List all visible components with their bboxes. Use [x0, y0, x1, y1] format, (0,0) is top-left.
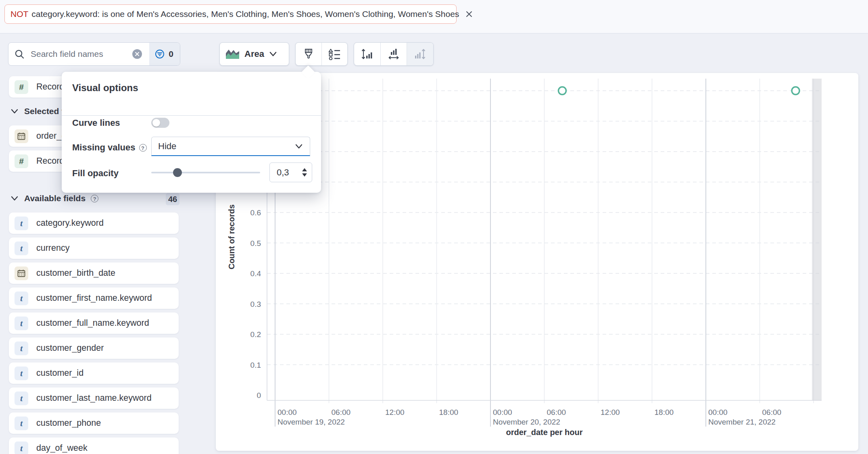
- chart-type-label: Area: [244, 49, 264, 59]
- svg-text:November 21, 2022: November 21, 2022: [708, 418, 776, 426]
- fill-opacity-slider[interactable]: [151, 172, 260, 173]
- field-item-customer-birth-date[interactable]: customer_birth_date: [9, 262, 179, 284]
- field-name: category.keyword: [36, 218, 104, 228]
- field-name: customer_birth_date: [36, 268, 115, 278]
- field-name: customer_last_name.keyword: [36, 393, 152, 403]
- chevron-down-icon: [269, 50, 278, 58]
- svg-text:0: 0: [257, 391, 261, 400]
- chart-type-button[interactable]: Area: [219, 42, 289, 66]
- available-fields-accordion[interactable]: Available fields ?: [10, 194, 98, 203]
- style-toolbar-group: [295, 42, 348, 66]
- date-field-icon: [15, 267, 28, 280]
- search-icon: [14, 49, 25, 60]
- paintbrush-icon: [302, 48, 315, 60]
- svg-text:0.3: 0.3: [250, 300, 261, 308]
- curve-lines-toggle[interactable]: [151, 118, 169, 128]
- svg-text:00:00: 00:00: [278, 408, 297, 417]
- field-name: customer_phone: [36, 418, 101, 428]
- text-field-icon: t: [15, 292, 28, 305]
- filter-negation: NOT: [10, 9, 28, 19]
- search-input[interactable]: Search field names: [31, 49, 132, 59]
- remove-filter-icon[interactable]: [465, 10, 474, 19]
- field-item-currency[interactable]: tcurrency: [9, 237, 179, 259]
- field-name: customer_first_name.keyword: [36, 293, 152, 303]
- vertical-axis-icon: [361, 48, 373, 60]
- field-item-customer-full-name-keyword[interactable]: tcustomer_full_name.keyword: [9, 312, 179, 334]
- visual-options-button[interactable]: [296, 43, 321, 65]
- toggle-knob: [152, 119, 160, 127]
- field-name: currency: [36, 243, 69, 253]
- field-filters-button[interactable]: 0: [149, 43, 180, 65]
- svg-text:November 20, 2022: November 20, 2022: [493, 418, 560, 426]
- svg-text:00:00: 00:00: [493, 408, 512, 417]
- svg-text:12:00: 12:00: [601, 408, 620, 417]
- legend-button[interactable]: [321, 43, 348, 65]
- fill-opacity-value: 0,3: [277, 167, 289, 178]
- field-search[interactable]: Search field names 0: [8, 42, 180, 66]
- text-field-icon: t: [15, 417, 28, 430]
- fill-opacity-input[interactable]: 0,3: [269, 162, 312, 182]
- chevron-down-icon: [294, 142, 303, 150]
- svg-text:18:00: 18:00: [439, 408, 459, 417]
- svg-text:06:00: 06:00: [547, 408, 566, 417]
- fill-opacity-label: Fill opacity: [72, 168, 119, 179]
- left-axis-button[interactable]: [354, 43, 380, 65]
- svg-text:0.4: 0.4: [250, 269, 261, 278]
- clear-search-icon[interactable]: [132, 49, 142, 59]
- svg-text:order_date per hour: order_date per hour: [506, 428, 582, 437]
- date-field-icon: [15, 129, 28, 143]
- field-item-customer-first-name-keyword[interactable]: tcustomer_first_name.keyword: [9, 287, 179, 309]
- right-axis-icon: [414, 48, 427, 60]
- missing-values-label: Missing values ?: [72, 142, 147, 153]
- svg-text:06:00: 06:00: [762, 408, 782, 417]
- field-name: customer_id: [36, 368, 83, 378]
- help-icon: ?: [139, 144, 147, 152]
- divider: [62, 115, 321, 116]
- number-field-icon: #: [15, 154, 28, 168]
- svg-text:18:00: 18:00: [655, 408, 674, 417]
- field-item-customer-gender[interactable]: tcustomer_gender: [9, 337, 179, 359]
- available-fields-count-badge: 46: [166, 193, 179, 205]
- legend-list-icon: [328, 48, 341, 60]
- field-item-customer-id[interactable]: tcustomer_id: [9, 362, 179, 384]
- step-up-icon[interactable]: [302, 168, 307, 171]
- slider-thumb[interactable]: [173, 168, 182, 177]
- text-field-icon: t: [15, 442, 28, 454]
- chevron-down-icon: [10, 107, 19, 116]
- field-item-customer-phone[interactable]: tcustomer_phone: [9, 412, 179, 434]
- step-down-icon[interactable]: [302, 173, 307, 177]
- field-filter-count: 0: [169, 49, 173, 59]
- available-fields-label: Available fields: [24, 194, 86, 203]
- field-item-category-keyword[interactable]: tcategory.keyword: [9, 212, 179, 234]
- filter-label: category.keyword: is one of Men's Access…: [31, 9, 459, 19]
- field-item-day-of-week[interactable]: tday_of_week: [9, 437, 179, 454]
- svg-text:12:00: 12:00: [385, 408, 405, 417]
- visual-options-popover: Visual options Curve lines Missing value…: [62, 72, 321, 193]
- missing-values-select[interactable]: Hide: [151, 137, 310, 156]
- text-field-icon: t: [15, 392, 28, 405]
- number-stepper[interactable]: [302, 168, 307, 177]
- svg-text:0.1: 0.1: [250, 361, 261, 369]
- curve-lines-label: Curve lines: [72, 118, 120, 128]
- missing-values-value: Hide: [158, 141, 294, 152]
- field-name: customer_full_name.keyword: [36, 318, 149, 328]
- svg-text:06:00: 06:00: [332, 408, 351, 417]
- help-icon: ?: [91, 195, 98, 202]
- field-name: day_of_week: [36, 443, 88, 453]
- filter-bar: NOT category.keyword: is one of Men's Ac…: [0, 0, 868, 33]
- field-name: customer_gender: [36, 343, 104, 353]
- text-field-icon: t: [15, 367, 28, 380]
- filter-pill[interactable]: NOT category.keyword: is one of Men's Ac…: [4, 4, 457, 24]
- svg-text:0.5: 0.5: [250, 239, 261, 248]
- svg-text:Count of records: Count of records: [227, 204, 236, 269]
- bottom-axis-button[interactable]: [380, 43, 407, 65]
- popover-arrow: [301, 65, 315, 79]
- svg-text:00:00: 00:00: [708, 408, 728, 417]
- area-chart-icon: [225, 48, 240, 60]
- field-item-customer-last-name-keyword[interactable]: tcustomer_last_name.keyword: [9, 387, 179, 409]
- text-field-icon: t: [15, 217, 28, 230]
- filter-in-circle-icon: [155, 49, 165, 59]
- number-field-icon: #: [15, 80, 28, 94]
- svg-text:0.6: 0.6: [250, 208, 261, 217]
- text-field-icon: t: [15, 317, 28, 330]
